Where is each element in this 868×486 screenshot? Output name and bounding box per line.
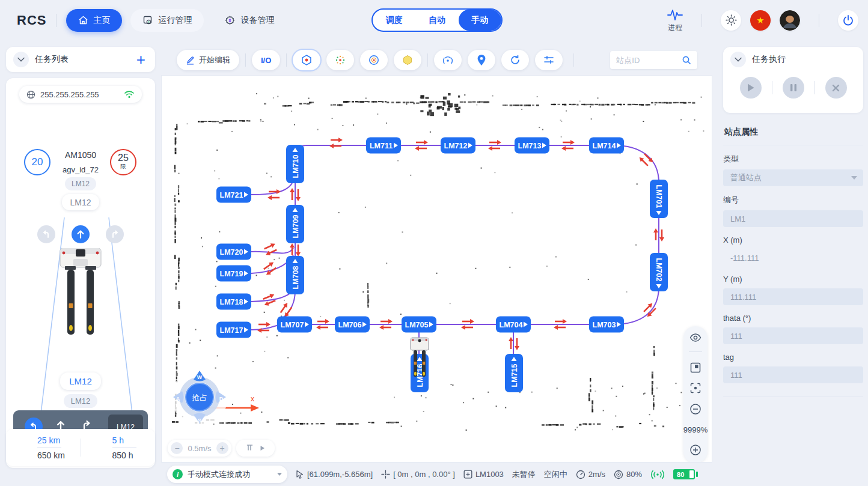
pin-button[interactable] [468,50,495,70]
start-edit-button[interactable]: 开始编辑 [177,50,239,70]
map-station-LM711[interactable]: LM711 [366,138,401,154]
nav-item-home[interactable]: 主页 [66,9,122,32]
map-station-LM716[interactable]: LM716 [411,354,429,392]
theta-input[interactable]: 111 [723,327,863,344]
map-station-LM709[interactable]: LM709 [286,205,304,243]
theme-button[interactable] [721,10,741,31]
filter-button[interactable] [535,50,563,70]
map-station-LM704[interactable]: LM704 [496,317,531,333]
mode-toggle: 调度 自动 手动 [371,8,503,32]
mode-status-select[interactable]: i 手动模式连接成功 [167,466,287,483]
wifi-icon [124,90,135,99]
svg-text:W: W [197,374,203,380]
layer-zone-button[interactable] [394,50,421,70]
turn-right-button[interactable] [106,225,124,243]
task-play-button[interactable] [740,77,762,99]
direction-arrow [563,140,575,145]
collapse-button[interactable] [730,52,746,67]
nav-item-devices[interactable]: 设备管理 [212,9,286,32]
svg-text:LM706: LM706 [338,321,362,329]
agv-ip-field[interactable]: 255.255.255.255 [19,86,142,103]
field-theta: thata (°) 111 [723,314,863,344]
speed-minus-button[interactable]: − [171,442,183,454]
map-station-LM706[interactable]: LM706 [335,317,370,333]
number-input[interactable]: LM1 [723,210,863,227]
fork-control[interactable] [236,440,275,457]
direction-arrow [488,146,500,151]
direction-arrow [290,243,295,255]
io-button[interactable]: I/O [252,50,280,70]
joystick-seize-button[interactable]: 抢占 [186,383,213,411]
station-tag: LM12 [64,394,97,408]
task-cancel-button[interactable] [825,77,847,99]
current-station: LM1003 [463,470,504,479]
mode-option-auto[interactable]: 自动 [415,10,458,31]
x-input[interactable]: -111.111 [723,249,863,266]
refresh-button[interactable] [501,50,529,70]
task-pause-button[interactable] [783,77,804,99]
map-station-LM715[interactable]: LM715 [505,354,523,392]
tag-input[interactable]: 111 [723,366,863,383]
zoom-out-button[interactable] [689,403,701,415]
scatter-dots-icon [334,54,346,66]
add-task-button[interactable]: + [134,53,148,65]
signal-indicator [650,470,665,479]
svg-text:LM702: LM702 [655,258,663,282]
map-station-LM707[interactable]: LM707 [277,317,312,333]
power-button[interactable] [838,10,858,31]
station-search-input[interactable] [616,56,678,65]
layer-pointcloud-button[interactable] [326,50,354,70]
map-station-LM708[interactable]: LM708 [286,256,304,294]
map-tool-rail: 9999% [683,326,708,463]
crosshair-icon [381,470,390,479]
speed-plus-button[interactable]: + [216,442,228,454]
pencil-icon [186,56,195,65]
layer-target-button[interactable] [360,50,388,70]
go-forward-button[interactable] [72,225,90,243]
layer-station-button[interactable] [293,50,320,70]
y-input[interactable]: 111.111 [723,288,863,305]
direction-arrow [317,319,329,324]
visibility-button[interactable] [689,333,701,342]
direction-arrow [258,322,270,327]
map-station-LM713[interactable]: LM713 [515,138,549,154]
point-cloud-layer [172,93,704,431]
home-icon [78,15,88,25]
svg-text:LM705: LM705 [405,321,429,329]
direction-arrow [329,144,341,148]
map-station-LM720[interactable]: LM720 [216,244,251,260]
map-station-LM721[interactable]: LM721 [216,187,251,203]
search-icon[interactable] [682,55,691,65]
center-focus-button[interactable] [690,383,701,393]
direction-arrow [296,189,301,201]
map-station-LM719[interactable]: LM719 [216,266,251,282]
mode-status-text: 手动模式连接成功 [188,469,272,480]
language-flag-button[interactable]: ★ [750,10,771,31]
minimap-button[interactable] [690,362,701,373]
task-list-header: 任务列表 + [6,47,155,72]
relocate-button[interactable] [434,50,462,70]
nav-item-operation[interactable]: 运行管理 [130,9,204,32]
map-canvas[interactable]: LM711LM712LM713LM714LM701LM702LM703LM704… [161,75,712,463]
map-station-LM703[interactable]: LM703 [589,317,624,333]
map-station-LM705[interactable]: LM705 [402,317,436,333]
map-station-LM702[interactable]: LM702 [650,253,668,291]
map-station-LM714[interactable]: LM714 [589,138,624,154]
direction-arrow [462,319,474,324]
mode-option-dispatch[interactable]: 调度 [373,10,415,31]
type-select[interactable]: 普通站点 [723,169,863,186]
plus-square-icon [463,470,472,479]
process-button[interactable]: 进程 [667,8,683,33]
map-station-LM710[interactable]: LM710 [286,145,304,183]
map-station-LM717[interactable]: LM717 [216,322,251,338]
turn-left-button[interactable] [37,225,55,243]
collapse-button[interactable] [13,52,29,67]
map-station-LM718[interactable]: LM718 [216,294,251,310]
user-avatar[interactable] [780,10,800,31]
power-icon [842,14,854,26]
svg-text:抢占: 抢占 [192,393,207,402]
zoom-in-button[interactable] [689,444,701,456]
map-station-LM701[interactable]: LM701 [650,180,668,218]
mode-option-manual[interactable]: 手动 [459,10,501,31]
map-station-LM712[interactable]: LM712 [441,138,475,154]
